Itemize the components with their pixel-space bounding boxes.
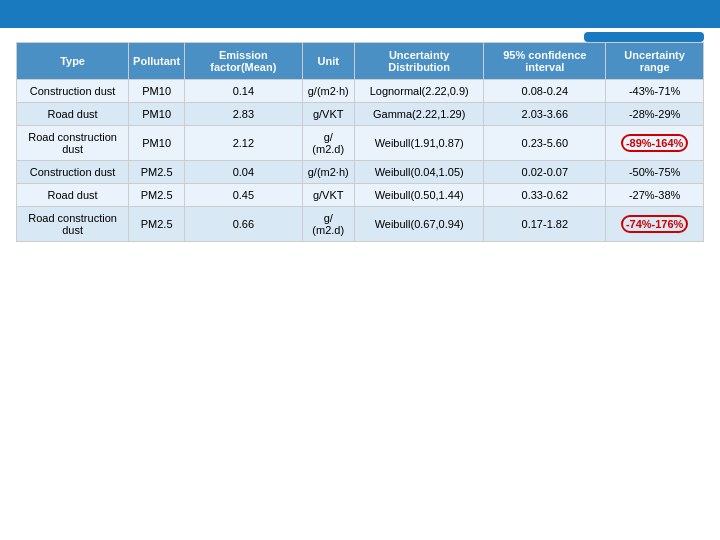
cell-type: Construction dust: [17, 80, 129, 103]
table-row: Construction dustPM100.14g/(m2·h)Lognorm…: [17, 80, 704, 103]
table-row: Road construction dustPM2.50.66g/ (m2.d)…: [17, 207, 704, 242]
table-row: Construction dustPM2.50.04g/(m2·h)Weibul…: [17, 161, 704, 184]
cell-uncertainty_distribution: Lognormal(2.22,0.9): [354, 80, 483, 103]
data-table: TypePollutantEmission factor(Mean)UnitUn…: [16, 42, 704, 242]
table-row: Road dustPM102.83g/VKTGamma(2.22,1.29)2.…: [17, 103, 704, 126]
cell-emission_factor_mean: 2.83: [185, 103, 302, 126]
main-content: TypePollutantEmission factor(Mean)UnitUn…: [0, 28, 720, 250]
cell-type: Construction dust: [17, 161, 129, 184]
cell-type: Road dust: [17, 184, 129, 207]
cell-confidence_interval: 0.33-0.62: [484, 184, 606, 207]
col-header-uncertainty_range: Uncertainty range: [606, 43, 704, 80]
cell-type: Road dust: [17, 103, 129, 126]
cell-emission_factor_mean: 0.45: [185, 184, 302, 207]
cell-unit: g/(m2·h): [302, 80, 354, 103]
page-title: [0, 0, 720, 28]
highlighted-range: -89%-164%: [621, 134, 688, 152]
table-row: Road construction dustPM102.12g/ (m2.d)W…: [17, 126, 704, 161]
cell-pollutant: PM2.5: [129, 184, 185, 207]
cell-unit: g/VKT: [302, 184, 354, 207]
col-header-unit: Unit: [302, 43, 354, 80]
col-header-pollutant: Pollutant: [129, 43, 185, 80]
col-header-emission_factor_mean: Emission factor(Mean): [185, 43, 302, 80]
cell-confidence_interval: 0.17-1.82: [484, 207, 606, 242]
cell-pollutant: PM2.5: [129, 161, 185, 184]
cell-uncertainty_distribution: Weibull(1.91,0.87): [354, 126, 483, 161]
field-note-badge: [584, 32, 704, 42]
cell-uncertainty_range: -43%-71%: [606, 80, 704, 103]
cell-type: Road construction dust: [17, 207, 129, 242]
cell-unit: g/VKT: [302, 103, 354, 126]
cell-unit: g/(m2·h): [302, 161, 354, 184]
cell-emission_factor_mean: 0.14: [185, 80, 302, 103]
cell-uncertainty_range: -28%-29%: [606, 103, 704, 126]
cell-confidence_interval: 0.23-5.60: [484, 126, 606, 161]
cell-unit: g/ (m2.d): [302, 126, 354, 161]
cell-confidence_interval: 0.08-0.24: [484, 80, 606, 103]
cell-pollutant: PM2.5: [129, 207, 185, 242]
cell-confidence_interval: 0.02-0.07: [484, 161, 606, 184]
cell-uncertainty_distribution: Weibull(0.67,0.94): [354, 207, 483, 242]
cell-uncertainty_distribution: Weibull(0.50,1.44): [354, 184, 483, 207]
cell-uncertainty_range: -89%-164%: [606, 126, 704, 161]
highlighted-range: -74%-176%: [621, 215, 688, 233]
col-header-uncertainty_distribution: Uncertainty Distribution: [354, 43, 483, 80]
cell-uncertainty_distribution: Weibull(0.04,1.05): [354, 161, 483, 184]
cell-pollutant: PM10: [129, 103, 185, 126]
table-row: Road dustPM2.50.45g/VKTWeibull(0.50,1.44…: [17, 184, 704, 207]
col-header-type: Type: [17, 43, 129, 80]
cell-emission_factor_mean: 0.04: [185, 161, 302, 184]
col-header-confidence_interval: 95% confidence interval: [484, 43, 606, 80]
cell-emission_factor_mean: 0.66: [185, 207, 302, 242]
cell-uncertainty_range: -74%-176%: [606, 207, 704, 242]
cell-type: Road construction dust: [17, 126, 129, 161]
cell-uncertainty_range: -27%-38%: [606, 184, 704, 207]
cell-confidence_interval: 2.03-3.66: [484, 103, 606, 126]
cell-uncertainty_distribution: Gamma(2.22,1.29): [354, 103, 483, 126]
cell-pollutant: PM10: [129, 80, 185, 103]
cell-unit: g/ (m2.d): [302, 207, 354, 242]
cell-uncertainty_range: -50%-75%: [606, 161, 704, 184]
cell-pollutant: PM10: [129, 126, 185, 161]
cell-emission_factor_mean: 2.12: [185, 126, 302, 161]
